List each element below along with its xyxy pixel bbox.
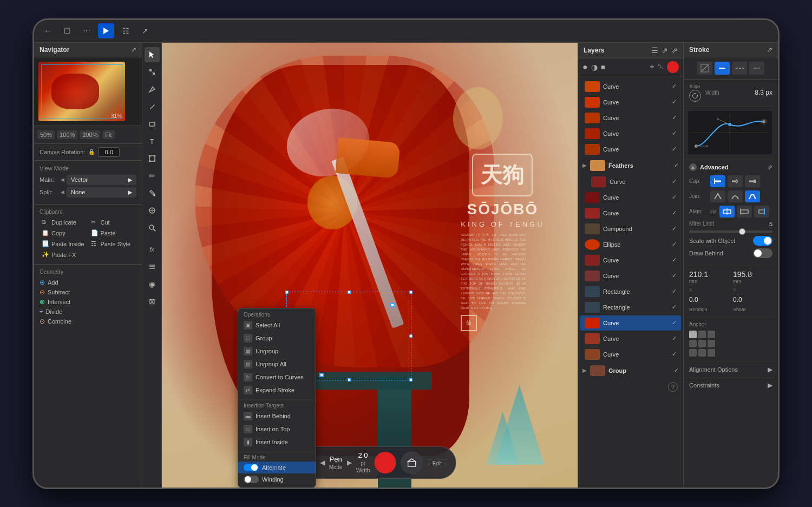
zoom-fit[interactable]: Fit — [102, 130, 114, 139]
bottom-group-expand[interactable]: ▶ — [582, 367, 587, 373]
constraints-row[interactable]: Constraints ▶ — [684, 378, 778, 392]
combine-button[interactable]: ⊙ Combine — [40, 317, 136, 326]
alternate-toggle[interactable] — [244, 464, 259, 471]
paste-inside-button[interactable]: 📃 Paste Inside — [40, 239, 88, 249]
alignment-options-row[interactable]: Alignment Options ▶ — [684, 361, 778, 378]
draw-behind-toggle[interactable] — [753, 248, 772, 258]
layer-visibility[interactable]: ✓ — [672, 288, 677, 295]
use-fill-button[interactable] — [400, 451, 423, 474]
anchor-tm[interactable] — [698, 331, 706, 338]
layers-tool[interactable] — [145, 259, 160, 274]
zoom-tool[interactable] — [145, 220, 160, 235]
ungroup-all-button[interactable]: ▨ Ungroup All — [238, 358, 316, 371]
layer-item[interactable]: Curve ✓ — [580, 206, 681, 221]
symbol-tool[interactable]: ◉ — [145, 276, 160, 292]
alternate-fill-button[interactable]: Alternate — [238, 462, 316, 473]
layer-visibility[interactable]: ✓ — [672, 335, 677, 342]
fx-tool[interactable]: fx — [145, 242, 160, 257]
select-all-button[interactable]: ▣ Select All — [238, 319, 316, 332]
layer-item[interactable]: Curve ✓ — [580, 268, 681, 284]
layers-expand-icon[interactable]: ⇗ — [662, 46, 668, 55]
selected-curve-layer[interactable]: Curve ✓ — [580, 315, 681, 331]
layer-item[interactable]: Curve ✓ — [580, 110, 681, 126]
join-bevel-btn[interactable] — [745, 190, 760, 202]
group-visibility[interactable]: ✓ — [674, 162, 679, 169]
layer-item[interactable]: Curve ✓ — [580, 95, 681, 110]
duplicate-button[interactable]: ⧉ Duplicate — [40, 218, 88, 227]
layer-item[interactable]: Curve ✓ — [580, 331, 681, 346]
bottom-group[interactable]: ▶ Group ✓ — [578, 363, 683, 379]
width-value-stroke[interactable]: 8.3 px — [755, 89, 772, 96]
divide-button[interactable]: ÷ Divide — [40, 307, 136, 317]
grid-button[interactable]: ☷ — [117, 23, 134, 38]
layer-visibility[interactable]: ✓ — [672, 351, 677, 358]
layers-copy-icon[interactable]: ■ — [601, 63, 605, 71]
insert-inside-button[interactable]: ▮ Insert Inside — [238, 436, 316, 449]
width-field[interactable]: 210.1 mm — [689, 270, 729, 284]
shape-tool[interactable] — [145, 116, 160, 131]
anchor-tl[interactable] — [689, 331, 697, 338]
join-miter-btn[interactable] — [710, 190, 725, 202]
paste-fx-button[interactable]: ✨ Paste FX — [40, 250, 88, 260]
expand-stroke-button[interactable]: ⇄ Expand Stroke — [238, 384, 316, 397]
rect-layer-2[interactable]: Rectangle ✓ — [580, 300, 681, 315]
text-tool[interactable]: T — [145, 134, 160, 149]
rotation-input[interactable] — [98, 147, 120, 157]
align-inside-btn[interactable] — [737, 206, 752, 218]
layers-color-dot[interactable] — [667, 61, 679, 73]
cap-butt-btn[interactable] — [710, 175, 725, 187]
layer-visibility[interactable]: ✓ — [672, 194, 677, 201]
layer-item[interactable]: Curve ✓ — [580, 347, 681, 362]
ellipse-layer[interactable]: Ellipse ✓ — [580, 237, 681, 252]
anchor-mr[interactable] — [708, 340, 715, 347]
mode-right-arrow[interactable]: ▶ — [347, 459, 352, 466]
paste-style-button[interactable]: ☶ Paste Style — [89, 239, 137, 249]
layer-visibility[interactable]: ✓ — [672, 256, 677, 264]
miter-thumb[interactable] — [739, 228, 745, 235]
pen-tool[interactable] — [145, 82, 160, 97]
back-button[interactable]: ← — [40, 23, 56, 38]
custom-stroke-btn[interactable] — [749, 62, 764, 75]
canvas-area[interactable]: 天狗 SŌJŌBŌ KING OF TENGU SŌJŌBŌ (空上坊, LIT… — [162, 43, 578, 488]
layers-stack-icon[interactable]: ◑ — [591, 63, 598, 71]
layers-trash-icon[interactable]: ␡ — [658, 62, 664, 71]
split-selector[interactable]: None ▶ — [67, 187, 136, 197]
group-visibility[interactable]: ✓ — [674, 367, 679, 374]
layer-item[interactable]: Curve ✓ — [580, 190, 681, 205]
cap-square-btn[interactable] — [745, 175, 760, 187]
align-outside-btn[interactable] — [754, 206, 769, 218]
export-button[interactable]: ↗ — [137, 23, 153, 38]
layer-visibility[interactable]: ✓ — [672, 114, 677, 121]
add-geometry-button[interactable]: ⊕ Add — [40, 278, 136, 287]
ungroup-button[interactable]: ▦ Ungroup — [238, 345, 316, 358]
group-expand-icon[interactable]: ▶ — [582, 162, 587, 168]
insert-top-button[interactable]: ▭ Insert on Top — [238, 423, 316, 436]
pencil-tool[interactable] — [145, 99, 160, 114]
mode-left-arrow[interactable]: ◀ — [320, 459, 325, 466]
layers-new-icon[interactable]: ⇗ — [671, 46, 678, 55]
layer-visibility[interactable]: ✓ — [672, 319, 677, 326]
anchor-bm[interactable] — [698, 349, 706, 357]
transform-tool[interactable] — [145, 151, 160, 166]
paste-button[interactable]: 📄 Paste — [89, 228, 137, 238]
layer-visibility[interactable]: ✓ — [672, 241, 677, 248]
fill-tool[interactable] — [145, 186, 160, 201]
layer-visibility[interactable]: ✓ — [672, 304, 677, 311]
layers-list-icon[interactable]: ☰ — [651, 46, 658, 55]
layer-visibility[interactable]: ✓ — [672, 98, 677, 106]
layer-visibility[interactable]: ✓ — [672, 130, 677, 137]
main-selector[interactable]: Vector ▶ — [67, 175, 136, 185]
winding-fill-button[interactable]: Winding — [238, 473, 316, 485]
layers-help-button[interactable]: ? — [668, 382, 678, 392]
split-chevron-left[interactable]: ◀ — [61, 189, 64, 195]
copy-button[interactable]: 📋 Copy — [40, 228, 88, 238]
y-value-field[interactable]: 0.0 — [733, 296, 772, 304]
layer-visibility[interactable]: ✓ — [672, 225, 677, 232]
height-field[interactable]: 195.8 mm — [733, 270, 772, 284]
document-button[interactable]: ☐ — [59, 23, 75, 38]
advanced-expand-icon[interactable]: ▲ — [689, 163, 697, 171]
anchor-ml[interactable] — [689, 340, 697, 347]
rect-layer-1[interactable]: Rectangle ✓ — [580, 284, 681, 299]
join-round-btn[interactable] — [728, 190, 743, 202]
navigator-expand-icon[interactable]: ⇗ — [131, 46, 136, 54]
